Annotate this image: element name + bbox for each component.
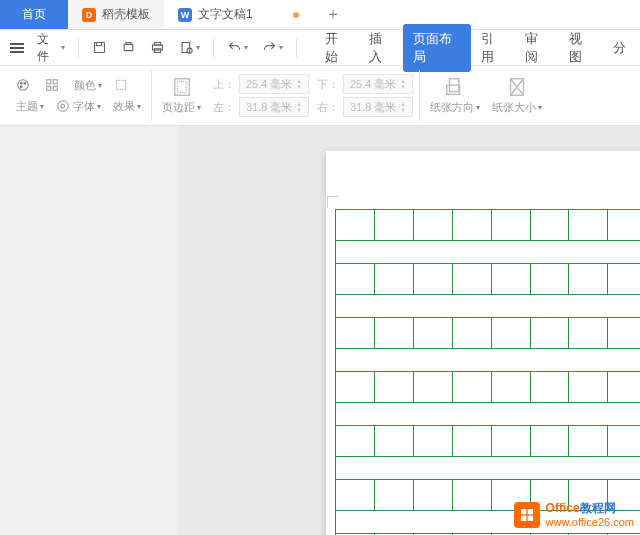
- grid-cell: [531, 426, 570, 456]
- svg-rect-1: [96, 43, 101, 46]
- menu-share[interactable]: 分: [603, 33, 636, 63]
- margin-left-input[interactable]: 31.8 毫米▲▼: [239, 97, 309, 117]
- caret-down-icon: ▾: [279, 43, 283, 52]
- docer-icon: D: [82, 8, 96, 22]
- grid-cell: [414, 264, 453, 294]
- new-tab-button[interactable]: ＋: [313, 4, 353, 25]
- unsaved-indicator-icon: [293, 12, 299, 18]
- theme-palette-button[interactable]: [12, 76, 37, 94]
- page-margin-button[interactable]: 页边距▾: [158, 74, 205, 117]
- margin-left-label: 左：: [213, 100, 235, 115]
- grid-cell: [492, 426, 531, 456]
- effect-dropdown[interactable]: 效果▾: [109, 97, 145, 116]
- svg-rect-12: [47, 80, 51, 84]
- grid-cell: [492, 372, 531, 402]
- tab-document[interactable]: W 文字文稿1: [164, 0, 313, 29]
- svg-rect-5: [154, 49, 160, 53]
- ribbon-group-margin: 页边距▾ 上： 25.4 毫米▲▼ 左： 31.8 毫米▲▼ 下： 25.4 毫…: [152, 70, 420, 121]
- undo-button[interactable]: ▾: [221, 36, 254, 59]
- grid-cell: [608, 318, 640, 348]
- svg-point-8: [18, 80, 29, 91]
- color-dropdown[interactable]: 颜色▾: [70, 76, 106, 95]
- quick-access-toolbar: 文件▾ ▾ ▾ ▾ 开始 插入 页面布局 引用 审阅 视图 分: [0, 30, 640, 66]
- margin-right-value: 31.8 毫米: [350, 100, 396, 115]
- menu-page-layout[interactable]: 页面布局: [403, 24, 471, 72]
- margin-bottom-value: 25.4 毫米: [350, 77, 396, 92]
- svg-rect-23: [521, 509, 526, 514]
- print-button[interactable]: [144, 36, 171, 59]
- caret-down-icon: ▾: [538, 103, 542, 112]
- caret-down-icon: ▾: [244, 43, 248, 52]
- redo-button[interactable]: ▾: [256, 36, 289, 59]
- file-menu[interactable]: 文件▾: [31, 27, 71, 69]
- separator: [296, 38, 297, 58]
- caret-down-icon: ▾: [197, 103, 201, 112]
- tab-home[interactable]: 首页: [0, 0, 68, 29]
- grid-cell: [414, 480, 453, 510]
- tab-template[interactable]: D 稻壳模板: [68, 0, 164, 29]
- tab-template-label: 稻壳模板: [102, 6, 150, 23]
- font-dropdown[interactable]: 字体▾: [52, 97, 105, 116]
- grid-row: [336, 318, 640, 349]
- svg-point-11: [20, 86, 22, 88]
- grid-cell: [569, 372, 608, 402]
- theme-dropdown[interactable]: 主题▾: [12, 97, 48, 116]
- save-button[interactable]: [86, 36, 113, 59]
- effect-preset-button[interactable]: [110, 76, 135, 94]
- margin-bottom-input[interactable]: 25.4 毫米▲▼: [343, 74, 413, 94]
- grid-cell: [608, 264, 640, 294]
- svg-rect-6: [182, 43, 190, 53]
- grid-cell: [375, 480, 414, 510]
- grid-cell: [336, 210, 375, 240]
- menu-reference[interactable]: 引用: [471, 24, 515, 72]
- menu-review[interactable]: 审阅: [515, 24, 559, 72]
- ribbon-group-theme: 颜色▾ 主题▾ 字体▾ 效果▾: [6, 70, 152, 121]
- menu-start[interactable]: 开始: [315, 24, 359, 72]
- grid-cell: [453, 480, 492, 510]
- document-page[interactable]: [326, 151, 640, 535]
- svg-point-10: [24, 82, 26, 84]
- margin-label: 页边距: [162, 100, 195, 115]
- menu-insert[interactable]: 插入: [359, 24, 403, 72]
- margin-top-input[interactable]: 25.4 毫米▲▼: [239, 74, 309, 94]
- paper-size-button[interactable]: 纸张大小▾: [488, 74, 546, 117]
- page-area[interactable]: [178, 126, 640, 535]
- svg-rect-19: [177, 82, 186, 93]
- spinner-icon[interactable]: ▲▼: [296, 101, 302, 113]
- grid-cell: [492, 318, 531, 348]
- print-preview-button[interactable]: [115, 36, 142, 59]
- spinner-icon[interactable]: ▲▼: [296, 78, 302, 90]
- grid-gap-row: [336, 349, 640, 372]
- grid-cell: [531, 210, 570, 240]
- grid-cell: [453, 318, 492, 348]
- spinner-icon[interactable]: ▲▼: [400, 101, 406, 113]
- color-grid-button[interactable]: [41, 76, 66, 94]
- caret-down-icon: ▾: [40, 102, 44, 111]
- watermark-url: www.office26.com: [546, 516, 634, 529]
- grid-row: [336, 372, 640, 403]
- menu-view[interactable]: 视图: [559, 24, 603, 72]
- watermark-title: Office教程网: [546, 501, 634, 515]
- grid-gap-row: [336, 457, 640, 480]
- margin-right-input[interactable]: 31.8 毫米▲▼: [343, 97, 413, 117]
- tab-home-label: 首页: [22, 6, 46, 23]
- font-label: 字体: [73, 99, 95, 114]
- grid-cell: [336, 480, 375, 510]
- separator: [78, 38, 79, 58]
- margin-top-label: 上：: [213, 77, 235, 92]
- theme-label: 主题: [16, 99, 38, 114]
- spinner-icon[interactable]: ▲▼: [400, 78, 406, 90]
- caret-down-icon: ▾: [196, 43, 200, 52]
- margin-corner-icon: [327, 196, 339, 208]
- margin-bottom-label: 下：: [317, 77, 339, 92]
- grid-row: [336, 426, 640, 457]
- grid-cell: [375, 264, 414, 294]
- export-button[interactable]: ▾: [173, 36, 206, 59]
- grid-gap-row: [336, 295, 640, 318]
- grid-cell: [336, 318, 375, 348]
- paper-orientation-button[interactable]: 纸张方向▾: [426, 74, 484, 117]
- hamburger-menu-button[interactable]: [4, 37, 30, 59]
- ribbon: 颜色▾ 主题▾ 字体▾ 效果▾ 页边距▾ 上： 25.4 毫米▲▼ 左： 31.…: [0, 66, 640, 126]
- separator: [213, 38, 214, 58]
- caret-down-icon: ▾: [97, 102, 101, 111]
